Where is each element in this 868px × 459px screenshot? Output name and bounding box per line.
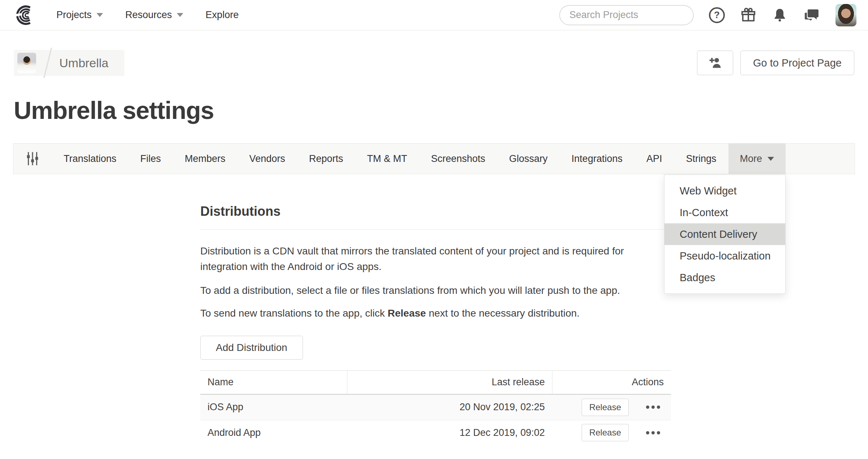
user-avatar[interactable] (835, 4, 856, 26)
distribution-name: Android App (200, 427, 347, 438)
description-3-post: next to the necessary distribution. (426, 308, 580, 319)
tab-more-label: More (740, 153, 762, 164)
release-button-label: Release (589, 402, 621, 412)
tab-label: Reports (309, 153, 343, 164)
add-user-icon (707, 55, 723, 71)
row-menu-button[interactable] (645, 430, 662, 436)
distribution-actions: Release (552, 399, 671, 416)
add-distribution-button[interactable]: Add Distribution (200, 336, 303, 360)
top-navigation-bar: Projects Resources Explore ? (0, 0, 868, 30)
page-title: Umbrella settings (14, 96, 854, 124)
tab-api[interactable]: API (634, 143, 674, 174)
nav-explore-label: Explore (206, 9, 239, 21)
distribution-description-3: To send new translations to the app, cli… (200, 305, 667, 321)
breadcrumb-separator (43, 48, 52, 78)
chevron-down-icon (97, 13, 103, 17)
topbar-right-group: ? (559, 4, 856, 26)
column-header-name: Name (200, 371, 347, 394)
distribution-name: iOS App (200, 402, 347, 413)
tab-label: Glossary (509, 153, 548, 164)
notifications-button[interactable] (772, 7, 788, 23)
bell-icon (772, 7, 788, 23)
breadcrumb-row: Umbrella Go to Project Page (14, 50, 854, 76)
tab-integrations[interactable]: Integrations (560, 143, 634, 174)
distribution-last-release: 20 Nov 2019, 02:25 (347, 402, 552, 413)
tab-label: API (646, 153, 662, 164)
distribution-description-1: Distribution is a CDN vault that mirrors… (200, 243, 667, 275)
release-button[interactable]: Release (582, 399, 629, 416)
more-dropdown-menu: Web Widget In-Context Content Delivery P… (664, 175, 786, 294)
nav-resources[interactable]: Resources (125, 9, 183, 21)
tab-label: TM & MT (367, 153, 407, 164)
tab-vendors[interactable]: Vendors (238, 143, 297, 174)
section-title: Distributions (200, 204, 671, 230)
messages-icon (803, 7, 820, 24)
distribution-last-release: 12 Dec 2019, 09:02 (347, 427, 552, 438)
table-row: Android App 12 Dec 2019, 09:02 Release (200, 420, 671, 445)
tab-tm-mt[interactable]: TM & MT (355, 143, 419, 174)
release-button-label: Release (589, 428, 621, 438)
tab-label: Integrations (572, 153, 623, 164)
logo-swirl-icon (12, 4, 34, 26)
tab-label: Files (140, 153, 161, 164)
tab-strings[interactable]: Strings (674, 143, 728, 174)
ellipsis-icon (646, 406, 649, 409)
table-row: iOS App 20 Nov 2019, 02:25 Release (200, 395, 671, 420)
menu-item-in-context[interactable]: In-Context (664, 202, 785, 223)
table-header-row: Name Last release Actions (200, 371, 671, 395)
tab-translations[interactable]: Translations (52, 143, 128, 174)
tab-label: Strings (686, 153, 716, 164)
nav-projects[interactable]: Projects (56, 9, 103, 21)
project-owner-avatar (17, 53, 36, 73)
breadcrumb-project-name: Umbrella (59, 56, 108, 70)
release-button[interactable]: Release (582, 424, 629, 441)
menu-item-content-delivery[interactable]: Content Delivery (664, 223, 785, 245)
tab-label: Members (185, 153, 226, 164)
tab-general-settings[interactable] (13, 143, 52, 174)
tab-glossary[interactable]: Glossary (497, 143, 560, 174)
header-actions: Go to Project Page (697, 51, 854, 75)
settings-tabbar: Translations Files Members Vendors Repor… (13, 143, 855, 174)
tab-label: Translations (64, 153, 116, 164)
go-to-project-page-label: Go to Project Page (753, 57, 842, 69)
distributions-section: Distributions Distribution is a CDN vaul… (200, 204, 671, 445)
menu-item-badges[interactable]: Badges (664, 267, 785, 288)
go-to-project-page-button[interactable]: Go to Project Page (740, 51, 854, 75)
row-menu-button[interactable] (645, 404, 662, 410)
tab-screenshots[interactable]: Screenshots (419, 143, 497, 174)
search-box[interactable] (559, 5, 694, 25)
nav-projects-label: Projects (56, 9, 92, 21)
column-header-actions: Actions (552, 371, 671, 394)
chevron-down-icon (767, 157, 774, 161)
tab-more[interactable]: More Web Widget In-Context Content Deliv… (728, 143, 786, 174)
column-header-last-release: Last release (347, 371, 552, 394)
help-icon: ? (709, 7, 725, 23)
help-button[interactable]: ? (709, 7, 725, 23)
gift-icon (740, 7, 757, 23)
nav-explore[interactable]: Explore (206, 9, 239, 21)
tab-members[interactable]: Members (173, 143, 238, 174)
tab-reports[interactable]: Reports (297, 143, 355, 174)
nav-resources-label: Resources (125, 9, 172, 21)
tab-files[interactable]: Files (128, 143, 173, 174)
description-3-release-keyword: Release (388, 308, 426, 319)
breadcrumb[interactable]: Umbrella (14, 50, 124, 76)
chevron-down-icon (177, 13, 183, 17)
search-input[interactable] (569, 9, 697, 21)
distributions-table: Name Last release Actions iOS App 20 Nov… (200, 370, 671, 445)
sliders-icon (24, 150, 41, 167)
help-glyph: ? (714, 9, 720, 21)
description-3-pre: To send new translations to the app, cli… (200, 308, 388, 319)
messages-button[interactable] (803, 7, 820, 24)
distribution-description-2: To add a distribution, select a file or … (200, 283, 667, 298)
tab-label: Screenshots (431, 153, 485, 164)
menu-item-web-widget[interactable]: Web Widget (664, 180, 785, 202)
ellipsis-icon (646, 431, 649, 434)
invite-member-button[interactable] (697, 51, 733, 75)
app-logo-icon[interactable] (12, 4, 34, 26)
gift-button[interactable] (740, 7, 757, 23)
menu-item-pseudo-localization[interactable]: Pseudo-localization (664, 245, 785, 267)
tab-label: Vendors (249, 153, 285, 164)
settings-tabbar-wrapper: Translations Files Members Vendors Repor… (13, 143, 855, 174)
add-distribution-label: Add Distribution (216, 342, 287, 353)
